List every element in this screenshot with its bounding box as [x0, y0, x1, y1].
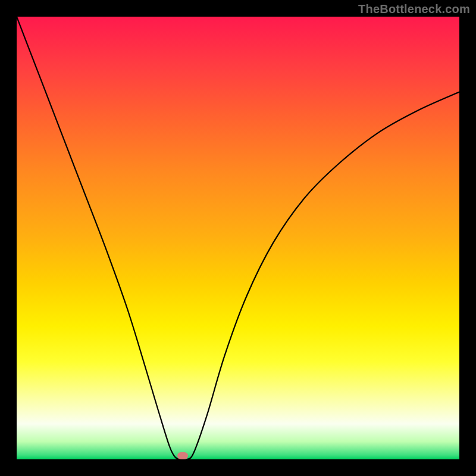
chart-container: TheBottleneck.com [0, 0, 476, 476]
watermark-text: TheBottleneck.com [358, 2, 470, 16]
plot-area [17, 17, 459, 459]
bottleneck-curve [17, 17, 459, 459]
optimal-point-marker [177, 452, 188, 459]
